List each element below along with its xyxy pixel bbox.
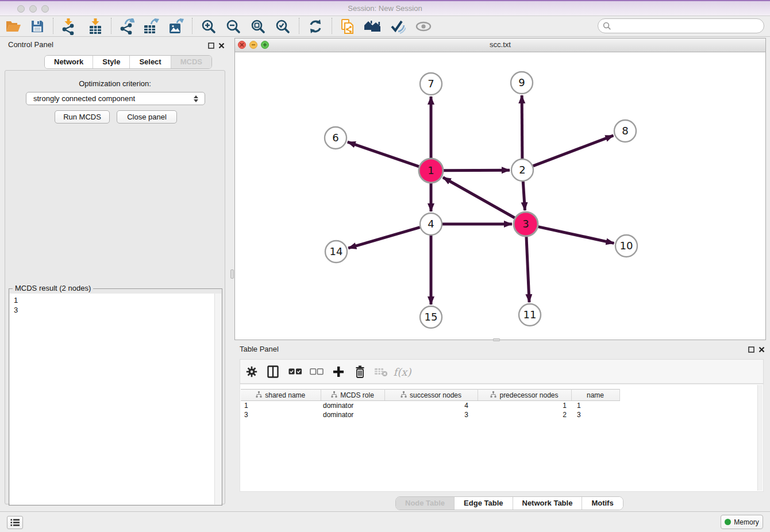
visual-properties-icon[interactable]: [388, 18, 407, 35]
node-label-3: 3: [522, 218, 529, 230]
result-scrollbar[interactable]: [214, 294, 221, 504]
table-float-panel-icon[interactable]: [747, 345, 755, 353]
refresh-layout-icon[interactable]: [306, 18, 325, 35]
mcds-result-group: MCDS result (2 nodes) 13: [9, 288, 222, 506]
network-canvas[interactable]: 7968124314101511: [235, 52, 765, 340]
unselect-all-columns-icon[interactable]: [307, 364, 326, 380]
add-row-plus-icon[interactable]: [329, 364, 348, 380]
edge-2-8[interactable]: [533, 136, 614, 166]
node-label-4: 4: [428, 218, 434, 230]
edge-4-14[interactable]: [348, 228, 420, 248]
table-close-panel-icon[interactable]: [757, 345, 765, 353]
node-label-14: 14: [330, 245, 343, 257]
import-table-icon[interactable]: [86, 18, 105, 35]
show-columns-icon[interactable]: [264, 364, 282, 380]
close-panel-button[interactable]: Close panel: [117, 110, 177, 124]
cell-name[interactable]: 3: [571, 410, 619, 419]
app-titlebar: Session: New Session: [0, 0, 770, 16]
network-window-titlebar[interactable]: scc.txt: [235, 38, 765, 52]
import-network-icon[interactable]: [59, 18, 78, 35]
memory-button[interactable]: Memory: [721, 515, 763, 529]
task-history-button[interactable]: [7, 516, 23, 529]
function-builder-icon[interactable]: f(x): [393, 364, 411, 380]
column-header-successor-nodes[interactable]: successor nodes: [384, 390, 478, 401]
toolbar-separator: [53, 18, 53, 34]
table-panel-header: Table Panel: [233, 342, 770, 357]
clone-network-icon[interactable]: [338, 18, 357, 35]
cell-shared-name[interactable]: 3: [241, 410, 321, 419]
cell-predecessor-nodes[interactable]: 1: [478, 401, 571, 411]
save-session-icon[interactable]: [28, 18, 47, 35]
node-label-10: 10: [620, 240, 633, 252]
export-network-icon[interactable]: [117, 18, 136, 35]
float-panel-icon[interactable]: [207, 41, 215, 49]
close-panel-icon[interactable]: [217, 41, 225, 49]
zoom-fit-icon[interactable]: [248, 18, 268, 35]
horizontal-splitter-handle[interactable]: [493, 338, 500, 341]
column-settings-gear-icon[interactable]: [242, 364, 261, 380]
optimization-criterion-label: Optimization criterion:: [5, 79, 225, 88]
tab-network-table[interactable]: Network Table: [513, 497, 582, 510]
table-scrollbar[interactable]: [757, 385, 763, 491]
tab-style[interactable]: Style: [93, 56, 129, 68]
mcds-panel: Optimization criterion: strongly connect…: [5, 70, 225, 504]
column-label: successor nodes: [410, 391, 461, 399]
column-tree-icon: [331, 391, 337, 399]
node-label-8: 8: [622, 125, 628, 137]
mcds-result-area[interactable]: 13: [10, 294, 221, 504]
edge-3-10[interactable]: [538, 227, 614, 244]
tab-motifs[interactable]: Motifs: [582, 497, 622, 510]
cell-mcds-role[interactable]: dominator: [321, 410, 384, 419]
search-field[interactable]: [598, 18, 764, 33]
run-mcds-button[interactable]: Run MCDS: [55, 110, 110, 124]
show-hide-panel-eye-icon[interactable]: [414, 18, 433, 35]
zoom-out-icon[interactable]: [224, 18, 243, 35]
tab-network[interactable]: Network: [45, 56, 93, 68]
column-header-name[interactable]: name: [571, 390, 619, 401]
cell-shared-name[interactable]: 1: [241, 401, 321, 411]
cell-successor-nodes[interactable]: 4: [384, 401, 478, 411]
home-layout-icon[interactable]: [363, 18, 382, 35]
zoom-in-icon[interactable]: [199, 18, 218, 35]
tab-mcds[interactable]: MCDS: [171, 56, 211, 68]
zoom-selected-icon[interactable]: [273, 18, 292, 35]
edge-1-2[interactable]: [444, 170, 510, 171]
result-line: 3: [10, 305, 221, 315]
tab-edge-table[interactable]: Edge Table: [454, 497, 512, 510]
edge-3-1[interactable]: [443, 178, 515, 218]
edge-2-3[interactable]: [523, 182, 525, 210]
cell-name[interactable]: 1: [571, 401, 619, 411]
cell-mcds-role[interactable]: dominator: [321, 401, 384, 411]
column-header-predecessor-nodes[interactable]: predecessor nodes: [478, 390, 571, 401]
delete-rows-trash-icon[interactable]: [351, 364, 369, 380]
table-panel-title: Table Panel: [240, 345, 279, 353]
open-session-icon[interactable]: [3, 18, 23, 35]
column-header-mcds-role[interactable]: MCDS role: [321, 390, 384, 401]
criterion-dropdown[interactable]: strongly connected component: [26, 92, 205, 105]
main-toolbar: [0, 16, 770, 37]
tab-select[interactable]: Select: [129, 56, 170, 68]
column-label: MCDS role: [340, 391, 374, 399]
node-table[interactable]: shared nameMCDS rolesuccessor nodesprede…: [241, 389, 620, 419]
search-input[interactable]: [611, 20, 764, 32]
mcds-result-lines: 13: [10, 294, 221, 315]
table-row[interactable]: 1dominator411: [241, 401, 619, 411]
edge-3-11[interactable]: [526, 237, 529, 302]
column-header-shared-name[interactable]: shared name: [241, 390, 321, 401]
control-panel-title: Control Panel: [8, 40, 53, 49]
column-tree-icon: [401, 391, 407, 399]
select-all-columns-icon[interactable]: [286, 364, 305, 380]
export-table-icon[interactable]: [141, 18, 161, 35]
tab-node-table[interactable]: Node Table: [396, 497, 454, 510]
export-image-icon[interactable]: [166, 18, 186, 35]
table-row[interactable]: 3dominator323: [241, 410, 619, 419]
node-label-9: 9: [518, 76, 525, 88]
node-label-1: 1: [428, 164, 434, 176]
cell-predecessor-nodes[interactable]: 2: [478, 410, 571, 419]
vertical-splitter-handle[interactable]: [230, 269, 234, 279]
control-panel-header: Control Panel: [0, 38, 230, 53]
edge-2-9[interactable]: [522, 95, 522, 159]
status-bar: Memory: [0, 511, 770, 532]
edge-1-6[interactable]: [348, 142, 419, 167]
cell-successor-nodes[interactable]: 3: [384, 410, 478, 419]
